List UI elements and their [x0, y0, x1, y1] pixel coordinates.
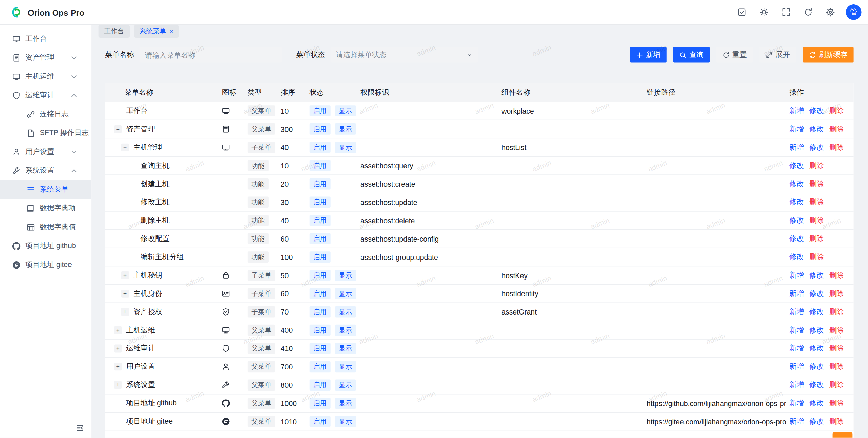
- sidebar-item[interactable]: SFTP 操作日志: [0, 123, 91, 142]
- partial-orange-element[interactable]: [833, 432, 853, 438]
- status-tag: 启用: [310, 160, 331, 171]
- add-op-link[interactable]: 新增: [789, 142, 804, 152]
- edit-op-link[interactable]: 修改: [809, 380, 824, 390]
- delete-op-link[interactable]: 删除: [829, 106, 844, 116]
- add-op-link[interactable]: 新增: [789, 325, 804, 335]
- expand-row-icon[interactable]: +: [114, 381, 122, 389]
- add-op-link[interactable]: 新增: [789, 380, 804, 390]
- expand-row-icon[interactable]: +: [121, 308, 129, 316]
- edit-op-link[interactable]: 修改: [789, 252, 804, 262]
- menu-status-select[interactable]: 请选择菜单状态: [331, 47, 478, 63]
- edit-op-link[interactable]: 修改: [789, 179, 804, 189]
- tab-item[interactable]: 系统菜单×: [134, 25, 179, 38]
- expand-button[interactable]: 展开: [760, 47, 796, 63]
- delete-op-link[interactable]: 删除: [829, 343, 844, 353]
- edit-op-link[interactable]: 修改: [809, 142, 824, 152]
- sidebar-item[interactable]: 运维审计: [0, 86, 91, 105]
- menu-name: 主机运维: [126, 325, 155, 335]
- add-op-link[interactable]: 新增: [789, 362, 804, 372]
- add-op-link[interactable]: 新增: [789, 398, 804, 408]
- sidebar-item[interactable]: 数据字典值: [0, 218, 91, 237]
- delete-op-link[interactable]: 删除: [829, 380, 844, 390]
- refresh-cache-button[interactable]: 刷新缓存: [803, 47, 853, 63]
- sidebar-item[interactable]: 项目地址 github: [0, 236, 91, 255]
- sun-icon[interactable]: [760, 8, 768, 17]
- sidebar-item[interactable]: 用户设置: [0, 142, 91, 161]
- table-footer: [105, 431, 853, 438]
- status-tag: 启用: [310, 288, 331, 299]
- edit-op-link[interactable]: 修改: [809, 325, 824, 335]
- sidebar-item[interactable]: 项目地址 gitee: [0, 255, 91, 274]
- ops-cell: 新增修改删除: [786, 120, 852, 138]
- menu-name-input[interactable]: [139, 47, 282, 63]
- expand-row-icon[interactable]: +: [114, 363, 122, 370]
- collapse-row-icon[interactable]: −: [114, 125, 122, 133]
- status-tag: 启用: [310, 361, 331, 373]
- add-op-link[interactable]: 新增: [789, 106, 804, 116]
- delete-op-link[interactable]: 删除: [809, 252, 824, 262]
- delete-op-link[interactable]: 删除: [809, 215, 824, 225]
- status-tag: 显示: [335, 288, 356, 299]
- delete-op-link[interactable]: 删除: [809, 197, 824, 207]
- delete-op-link[interactable]: 删除: [829, 398, 844, 408]
- edit-op-link[interactable]: 修改: [809, 106, 824, 116]
- delete-op-link[interactable]: 删除: [829, 289, 844, 299]
- add-op-link[interactable]: 新增: [789, 417, 804, 426]
- edit-op-link[interactable]: 修改: [809, 124, 824, 134]
- add-op-link[interactable]: 新增: [789, 270, 804, 280]
- sidebar-item[interactable]: 系统菜单: [0, 180, 91, 199]
- edit-op-link[interactable]: 修改: [809, 270, 824, 280]
- delete-op-link[interactable]: 删除: [829, 417, 844, 426]
- edit-op-link[interactable]: 修改: [789, 160, 804, 170]
- delete-op-link[interactable]: 删除: [829, 124, 844, 134]
- menu-fold-icon[interactable]: [76, 424, 84, 432]
- add-op-link[interactable]: 新增: [789, 307, 804, 317]
- edit-op-link[interactable]: 修改: [789, 215, 804, 225]
- expand-row-icon[interactable]: +: [121, 290, 129, 298]
- sidebar-item[interactable]: 系统设置: [0, 161, 91, 180]
- avatar[interactable]: 管: [846, 4, 862, 20]
- reload-icon[interactable]: [804, 8, 813, 17]
- add-button[interactable]: 新增: [630, 47, 667, 63]
- expand-row-icon[interactable]: +: [114, 326, 122, 334]
- delete-op-link[interactable]: 删除: [829, 325, 844, 335]
- delete-op-link[interactable]: 删除: [829, 307, 844, 317]
- type-tag: 父菜单: [248, 361, 275, 373]
- delete-op-link[interactable]: 删除: [809, 179, 824, 189]
- edit-op-link[interactable]: 修改: [809, 362, 824, 372]
- edit-op-link[interactable]: 修改: [809, 343, 824, 353]
- query-button[interactable]: 查询: [673, 47, 710, 63]
- sidebar-item[interactable]: 资产管理: [0, 48, 91, 67]
- tab-item[interactable]: 工作台: [99, 25, 130, 38]
- delete-op-link[interactable]: 删除: [809, 160, 824, 170]
- add-op-link[interactable]: 新增: [789, 343, 804, 353]
- expand-row-icon[interactable]: +: [121, 271, 129, 279]
- gear-icon[interactable]: [826, 8, 835, 17]
- sidebar-item[interactable]: 主机运维: [0, 67, 91, 86]
- sidebar-item[interactable]: 数据字典项: [0, 199, 91, 218]
- edit-op-link[interactable]: 修改: [809, 307, 824, 317]
- sidebar-item[interactable]: 工作台: [0, 30, 91, 49]
- edit-op-link[interactable]: 修改: [809, 398, 824, 408]
- reset-button[interactable]: 重置: [716, 47, 753, 63]
- add-op-link[interactable]: 新增: [789, 289, 804, 299]
- close-icon[interactable]: ×: [170, 27, 173, 35]
- expand-row-icon[interactable]: +: [114, 345, 122, 353]
- edit-op-link[interactable]: 修改: [789, 234, 804, 244]
- delete-op-link[interactable]: 删除: [829, 142, 844, 152]
- edit-op-link[interactable]: 修改: [809, 417, 824, 426]
- delete-op-link[interactable]: 删除: [809, 234, 824, 244]
- fullscreen-icon[interactable]: [782, 8, 790, 17]
- add-op-link[interactable]: 新增: [789, 124, 804, 134]
- delete-op-link[interactable]: 删除: [829, 270, 844, 280]
- component-cell: [498, 212, 643, 229]
- sidebar-item[interactable]: 连接日志: [0, 105, 91, 124]
- collapse-row-icon[interactable]: −: [121, 144, 129, 151]
- ops-cell: 新增修改删除: [786, 358, 852, 376]
- menu-name-cell: 修改主机: [105, 193, 219, 211]
- check-square-icon[interactable]: [737, 8, 746, 17]
- edit-op-link[interactable]: 修改: [809, 289, 824, 299]
- delete-op-link[interactable]: 删除: [829, 362, 844, 372]
- edit-op-link[interactable]: 修改: [789, 197, 804, 207]
- column-header: 权限标识: [357, 83, 498, 102]
